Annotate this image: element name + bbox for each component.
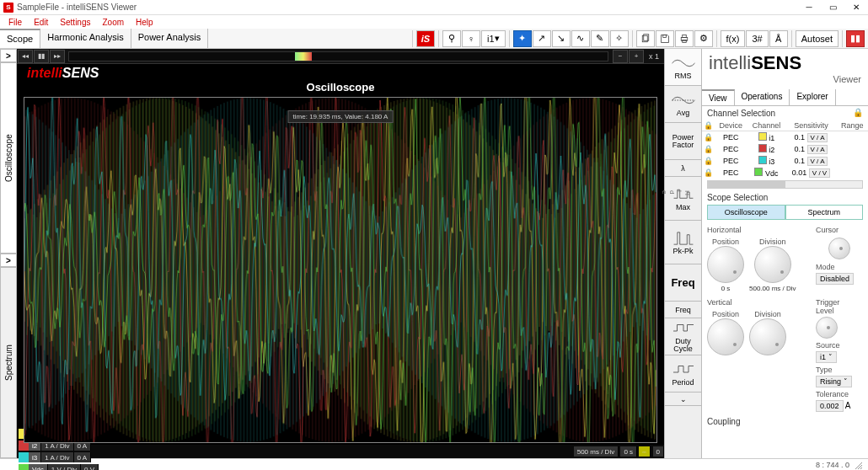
fx-button[interactable]: f(x): [721, 30, 746, 47]
label-level: Level: [816, 307, 863, 315]
channel-badge[interactable]: i3 1 A / Div 0 A: [19, 451, 99, 463]
measure-lambda[interactable]: λ: [665, 160, 701, 177]
col-range: Range: [837, 120, 868, 131]
knob-vdiv[interactable]: [749, 318, 786, 355]
timebase-f-icon[interactable]: ⎓: [639, 446, 651, 457]
rtab-explorer[interactable]: Explorer: [790, 89, 835, 105]
timeline-track[interactable]: [68, 51, 608, 61]
menu-file[interactable]: File: [3, 17, 27, 28]
draw-tool-button[interactable]: ✎: [591, 30, 609, 47]
field-tolerance[interactable]: 0.002: [816, 400, 844, 412]
measure-max[interactable]: Max: [665, 177, 701, 221]
channel-selector[interactable]: i1 ▾: [481, 30, 506, 47]
measure-period[interactable]: Period: [665, 355, 701, 393]
field-type[interactable]: Rising ˅: [816, 376, 852, 387]
measure-expand[interactable]: ⌄: [665, 393, 701, 406]
knob-hpos[interactable]: [707, 246, 744, 283]
table-row[interactable]: 🔒 PEC i2 0.1 V / A: [702, 143, 868, 155]
seg-oscilloscope[interactable]: Oscilloscope: [707, 205, 785, 220]
marker-button[interactable]: ♀: [462, 30, 480, 47]
zoom-out-button[interactable]: −: [613, 50, 628, 63]
seg-spectrum[interactable]: Spectrum: [785, 205, 864, 220]
lock-icon[interactable]: 🔒: [853, 108, 863, 117]
statusbar: 8 : 744 . 0: [0, 458, 868, 470]
brand-icon[interactable]: iS: [416, 30, 435, 47]
resize-grip[interactable]: [853, 460, 863, 470]
settings-button[interactable]: ⚙: [694, 30, 713, 47]
knob-level[interactable]: [816, 317, 838, 339]
scope-area: ◂◂ ▮▮ ▸▸ − + x 1 intelliSENS Oscilloscop…: [17, 49, 664, 458]
autoset-button[interactable]: Autoset: [796, 30, 839, 47]
print-button[interactable]: [675, 30, 694, 47]
label-tolerance: Tolerance: [816, 390, 863, 398]
caliper-button[interactable]: Å: [769, 30, 788, 47]
probe-button[interactable]: ⚲: [442, 30, 461, 47]
knob-vpos[interactable]: [707, 318, 744, 355]
row-lock[interactable]: 🔒: [702, 143, 715, 155]
label-tolerance-unit: A: [845, 401, 851, 410]
status-text: 8 : 744 . 0: [816, 461, 849, 469]
table-row[interactable]: 🔒 PEC i3 0.1 V / A: [702, 155, 868, 167]
knob-hdiv[interactable]: [754, 246, 791, 283]
menu-settings[interactable]: Settings: [55, 17, 95, 28]
rtab-operations[interactable]: Operations: [735, 89, 790, 105]
measure-freq[interactable]: Freq: [665, 302, 701, 318]
measure-avg[interactable]: Avg: [665, 86, 701, 123]
rewind-button[interactable]: ◂◂: [18, 50, 33, 63]
scope-brand: intelliSENS: [17, 64, 664, 83]
table-row[interactable]: 🔒 PEC Vdc 0.01 V / V: [702, 167, 868, 179]
measure-freq-big[interactable]: Freq: [665, 264, 701, 302]
channel-scroll[interactable]: [707, 180, 863, 189]
menu-zoom[interactable]: Zoom: [98, 17, 130, 28]
measure-pkpk[interactable]: Pk-Pk: [665, 221, 701, 264]
zoom-tool-button[interactable]: ↗: [533, 30, 551, 47]
forward-button[interactable]: ▸▸: [50, 50, 65, 63]
timebase-div[interactable]: 500 ms / Div: [574, 446, 619, 457]
label-hdiv: Division: [759, 238, 786, 246]
menu-edit[interactable]: Edit: [29, 17, 53, 28]
annotate-tool-button[interactable]: ✧: [610, 30, 629, 47]
left-tab-spectrum[interactable]: Spectrum: [0, 267, 17, 458]
scope-canvas[interactable]: [24, 97, 657, 443]
measure-duty[interactable]: Duty Cycle: [665, 318, 701, 355]
tab-power[interactable]: Power Analysis: [131, 29, 209, 48]
menu-help[interactable]: Help: [131, 17, 158, 28]
close-button[interactable]: ✕: [844, 0, 868, 15]
measure-rms[interactable]: RMS: [665, 49, 701, 86]
row-lock[interactable]: 🔒: [702, 131, 715, 144]
field-source[interactable]: i1 ˅: [816, 351, 837, 363]
maximize-button[interactable]: ▭: [821, 0, 844, 15]
channel-selector-label: i1: [487, 34, 495, 44]
tab-harmonic[interactable]: Harmonic Analysis: [40, 29, 131, 48]
collapse-top-button[interactable]: >: [0, 49, 17, 62]
col-lock: 🔒: [702, 120, 715, 131]
tab-scope[interactable]: Scope: [0, 29, 40, 48]
save-button[interactable]: [656, 30, 674, 47]
copy-button[interactable]: [636, 30, 655, 47]
left-tab-oscilloscope[interactable]: Oscilloscope: [0, 62, 17, 254]
rtab-view[interactable]: View: [702, 89, 735, 105]
channel-badge[interactable]: Vdc 1 V / Div 0 V: [19, 463, 99, 470]
row-lock[interactable]: 🔒: [702, 155, 715, 167]
row-channel: Vdc: [747, 167, 786, 179]
measure-power-factor[interactable]: Power Factor: [665, 123, 701, 160]
measure-tool-button[interactable]: ∿: [571, 30, 590, 47]
num-button[interactable]: 3#: [746, 30, 768, 47]
field-mode[interactable]: Disabled: [816, 273, 854, 285]
timebase-f[interactable]: 0: [653, 446, 664, 457]
collapse-mid-button[interactable]: >: [0, 254, 17, 267]
pause-record-button[interactable]: ▮▮: [846, 30, 865, 47]
row-device: PEC: [715, 143, 747, 155]
channel-div: 1 V / Div: [48, 464, 81, 470]
pause-button[interactable]: ▮▮: [34, 50, 49, 63]
row-lock[interactable]: 🔒: [702, 167, 715, 179]
pan-tool-button[interactable]: ↘: [552, 30, 571, 47]
cursor-tool-button[interactable]: ✦: [513, 30, 532, 47]
table-row[interactable]: 🔒 PEC i1 0.1 V / A: [702, 131, 868, 144]
channel-swatch: [758, 144, 767, 152]
knob-cursor[interactable]: [828, 238, 850, 259]
minimize-button[interactable]: ─: [797, 0, 821, 15]
label-coupling: Coupling: [702, 412, 868, 429]
zoom-in-button[interactable]: +: [629, 50, 644, 63]
timebase-off[interactable]: 0 s: [620, 446, 637, 457]
